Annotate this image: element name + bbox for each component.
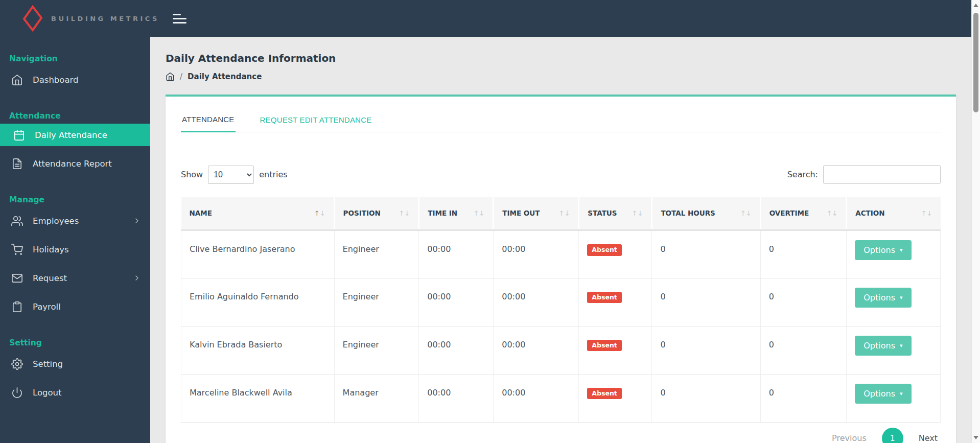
tab-bar: ATTENDANCE REQUEST EDIT ATTENDANCE	[181, 109, 941, 132]
pagination-previous[interactable]: Previous	[832, 433, 867, 443]
breadcrumb-separator: /	[180, 72, 182, 81]
sidebar-item-label: Payroll	[33, 302, 61, 312]
sidebar-item-daily-attendance[interactable]: Daily Attendance	[0, 124, 150, 146]
sidebar-item-label: Holidays	[33, 245, 69, 254]
section-header-navigation: Navigation	[0, 54, 150, 63]
options-button[interactable]: Options▾	[855, 336, 911, 356]
sidebar-item-setting[interactable]: Setting	[0, 349, 150, 378]
column-header-action[interactable]: ACTION↑↓	[847, 197, 941, 230]
sidebar-item-attendance-report[interactable]: Attendance Report	[0, 149, 150, 178]
column-header-total-hours[interactable]: TOTAL HOURS↑↓	[652, 197, 760, 230]
caret-down-icon: ▾	[900, 390, 903, 397]
options-button[interactable]: Options▾	[855, 384, 911, 404]
cell-time-out: 00:00	[494, 326, 579, 374]
table-row: Emilio Aguinaldo Fernando Engineer 00:00…	[181, 278, 941, 326]
table-row: Marceline Blackwell Avila Manager 00:00 …	[181, 374, 941, 422]
chevron-right-icon	[133, 274, 141, 282]
options-button[interactable]: Options▾	[855, 240, 911, 260]
column-header-time-out[interactable]: TIME OUT↑↓	[494, 197, 579, 230]
cell-total-hours: 0	[652, 230, 760, 278]
cell-time-out: 00:00	[494, 374, 579, 422]
sidebar-section-navigation: Navigation Dashboard	[0, 54, 150, 94]
cell-status: Absent	[579, 278, 652, 326]
pagination-page-1[interactable]: 1	[882, 428, 903, 443]
brand-name: BUILDING METRICS	[51, 15, 159, 22]
column-header-time-in[interactable]: TIME IN↑↓	[419, 197, 494, 230]
cell-time-in: 00:00	[419, 374, 494, 422]
status-badge: Absent	[587, 244, 621, 256]
page-title: Daily Attendance Information	[166, 52, 956, 64]
caret-down-icon: ▾	[900, 294, 903, 301]
column-header-overtime[interactable]: OVERTIME↑↓	[760, 197, 847, 230]
entries-label: entries	[259, 170, 287, 179]
cell-status: Absent	[579, 374, 652, 422]
sort-icon: ↑↓	[921, 209, 932, 217]
status-badge: Absent	[587, 340, 621, 352]
sidebar-item-dashboard[interactable]: Dashboard	[0, 65, 150, 94]
sort-icon: ↑↓	[740, 209, 752, 217]
section-header-manage: Manage	[0, 195, 150, 204]
sidebar-item-label: Logout	[33, 388, 62, 398]
cell-action: Options▾	[847, 230, 941, 278]
pagination-next[interactable]: Next	[919, 433, 938, 443]
sidebar-item-logout[interactable]: Logout	[0, 378, 150, 407]
cell-action: Options▾	[847, 278, 941, 326]
scrollbar-track[interactable]	[971, 0, 980, 443]
section-header-setting: Setting	[0, 338, 150, 347]
cell-name: Marceline Blackwell Avila	[181, 374, 335, 422]
entries-select[interactable]: 10	[208, 166, 254, 184]
breadcrumb-home-icon[interactable]	[166, 72, 175, 81]
cell-overtime: 0	[760, 278, 847, 326]
scrollbar-thumb[interactable]	[973, 13, 978, 112]
column-header-position[interactable]: POSITION↑↓	[334, 197, 419, 230]
shopping-cart-icon	[11, 243, 24, 255]
breadcrumb-current: Daily Attendance	[188, 72, 262, 81]
main-content: Daily Attendance Information / Daily Att…	[150, 37, 971, 443]
attendance-table: NAME↑↓ POSITION↑↓ TIME IN↑↓ TIME OUT↑↓ S…	[181, 197, 941, 423]
sort-icon: ↑↓	[559, 209, 570, 217]
status-badge: Absent	[587, 388, 621, 400]
cell-time-out: 00:00	[494, 278, 579, 326]
power-icon	[11, 386, 24, 399]
sidebar-item-label: Request	[33, 273, 67, 283]
file-text-icon	[11, 157, 24, 170]
table-row: Kalvin Ebrada Basierto Engineer 00:00 00…	[181, 326, 941, 374]
caret-down-icon: ▾	[900, 247, 903, 253]
scroll-down-arrow-icon[interactable]	[973, 436, 978, 439]
cell-time-in: 00:00	[419, 230, 494, 278]
sidebar-toggle-hamburger-icon[interactable]	[171, 9, 189, 28]
cell-overtime: 0	[760, 374, 847, 422]
cell-time-in: 00:00	[419, 278, 494, 326]
table-row: Clive Bernardino Jaserano Engineer 00:00…	[181, 230, 941, 278]
cell-overtime: 0	[760, 230, 847, 278]
sidebar-item-label: Setting	[33, 359, 63, 369]
show-label: Show	[181, 170, 203, 179]
sort-icon: ↑↓	[314, 209, 325, 217]
mail-icon	[11, 272, 24, 284]
users-icon	[11, 215, 24, 227]
options-button[interactable]: Options▾	[855, 288, 911, 308]
sidebar-item-employees[interactable]: Employees	[0, 206, 150, 235]
calendar-icon	[13, 129, 26, 141]
sidebar-item-payroll[interactable]: Payroll	[0, 292, 150, 321]
column-header-status[interactable]: STATUS↑↓	[579, 197, 652, 230]
section-header-attendance: Attendance	[0, 111, 150, 121]
sidebar-item-request[interactable]: Request	[0, 264, 150, 292]
column-header-name[interactable]: NAME↑↓	[181, 197, 335, 230]
tab-attendance[interactable]: ATTENDANCE	[181, 109, 236, 132]
breadcrumb: / Daily Attendance	[166, 72, 956, 81]
chevron-right-icon	[133, 217, 141, 225]
cell-position: Engineer	[334, 230, 419, 278]
topbar: BUILDING METRICS	[0, 0, 971, 37]
sidebar: Navigation Dashboard Attendance Daily At…	[0, 37, 150, 443]
table-controls: Show 10 entries Search:	[181, 165, 941, 184]
sidebar-item-holidays[interactable]: Holidays	[0, 235, 150, 264]
cell-total-hours: 0	[652, 374, 760, 422]
sidebar-section-setting: Setting Setting Logout	[0, 338, 150, 407]
sidebar-section-attendance: Attendance Daily Attendance Attendance R…	[0, 111, 150, 178]
search-input[interactable]	[823, 165, 941, 184]
pagination: Previous 1 Next	[181, 428, 941, 443]
scroll-up-arrow-icon[interactable]	[973, 4, 978, 7]
tab-request-edit-attendance[interactable]: REQUEST EDIT ATTENDANCE	[259, 109, 373, 132]
cell-position: Manager	[334, 374, 419, 422]
